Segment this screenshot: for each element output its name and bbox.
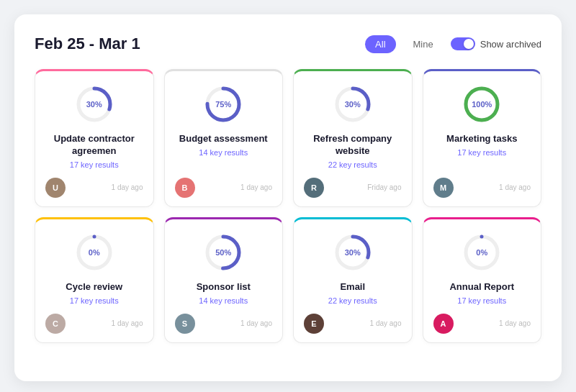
card-footer: U 1 day ago	[45, 178, 143, 198]
card-title: Cycle review	[66, 281, 122, 293]
task-card[interactable]: 30% Email 22 key results E 1 day ago	[293, 217, 413, 343]
percent-label: 0%	[476, 248, 487, 257]
donut-chart: 30%	[331, 83, 374, 126]
task-card[interactable]: 50% Sponsor list 14 key results S 1 day …	[164, 217, 284, 343]
card-key-results: 22 key results	[328, 296, 377, 305]
card-title: Update contractor agreemen	[45, 133, 143, 158]
donut-chart: 30%	[331, 231, 374, 274]
card-title: Sponsor list	[197, 281, 251, 293]
card-footer: R Friday ago	[304, 178, 402, 198]
card-footer: B 1 day ago	[175, 178, 273, 198]
card-footer: A 1 day ago	[433, 314, 531, 334]
card-title: Budget assessment	[179, 133, 268, 145]
avatar: C	[45, 314, 66, 334]
task-card[interactable]: 30% Refresh company website 22 key resul…	[293, 69, 413, 207]
card-title: Marketing tasks	[446, 133, 517, 145]
card-footer: M 1 day ago	[433, 178, 531, 198]
task-card[interactable]: 75% Budget assessment 14 key results B 1…	[164, 69, 284, 207]
show-archived-toggle-wrap: Show archived	[451, 37, 541, 50]
card-time: Friday ago	[367, 183, 401, 191]
card-key-results: 17 key results	[457, 148, 506, 157]
card-key-results: 14 key results	[199, 148, 248, 157]
avatar: A	[433, 314, 454, 334]
toggle-knob	[464, 39, 474, 49]
task-card[interactable]: 0% Cycle review 17 key results C 1 day a…	[35, 217, 154, 343]
avatar: S	[175, 314, 195, 334]
card-title: Refresh company website	[304, 133, 402, 158]
donut-chart: 0%	[460, 231, 503, 274]
cards-grid: 30% Update contractor agreemen 17 key re…	[35, 69, 541, 343]
card-time: 1 day ago	[112, 183, 143, 191]
percent-label: 50%	[215, 248, 231, 257]
show-archived-label: Show archived	[480, 39, 541, 50]
percent-label: 30%	[345, 100, 361, 109]
card-footer: E 1 day ago	[304, 314, 402, 334]
task-card[interactable]: 100% Marketing tasks 17 key results M 1 …	[423, 69, 542, 207]
card-time: 1 day ago	[499, 319, 531, 327]
page-title: Feb 25 - Mar 1	[35, 35, 140, 53]
donut-chart: 75%	[202, 83, 245, 126]
header-controls: All Mine Show archived	[365, 35, 541, 53]
card-time: 1 day ago	[499, 183, 531, 191]
show-archived-toggle[interactable]	[451, 37, 475, 50]
percent-label: 0%	[89, 248, 100, 257]
card-title: Annual Report	[449, 281, 514, 293]
card-time: 1 day ago	[240, 183, 272, 191]
card-footer: S 1 day ago	[175, 314, 273, 334]
header: Feb 25 - Mar 1 All Mine Show archived	[35, 35, 541, 53]
avatar: M	[433, 178, 454, 198]
percent-label: 75%	[215, 100, 231, 109]
donut-chart: 50%	[202, 231, 245, 274]
card-time: 1 day ago	[112, 319, 143, 327]
donut-chart: 30%	[73, 83, 116, 126]
card-key-results: 17 key results	[70, 160, 119, 169]
percent-label: 30%	[345, 248, 361, 257]
card-title: Email	[340, 281, 365, 293]
main-container: Feb 25 - Mar 1 All Mine Show archived 30…	[14, 14, 562, 381]
donut-chart: 100%	[460, 83, 503, 126]
filter-all-button[interactable]: All	[365, 35, 395, 53]
donut-chart: 0%	[73, 231, 116, 274]
percent-label: 100%	[472, 100, 492, 109]
card-key-results: 17 key results	[70, 296, 119, 305]
task-card[interactable]: 0% Annual Report 17 key results A 1 day …	[423, 217, 542, 343]
task-card[interactable]: 30% Update contractor agreemen 17 key re…	[35, 69, 154, 207]
percent-label: 30%	[86, 100, 102, 109]
card-footer: C 1 day ago	[45, 314, 143, 334]
avatar: E	[304, 314, 324, 334]
card-key-results: 22 key results	[328, 160, 377, 169]
card-time: 1 day ago	[240, 319, 272, 327]
avatar: U	[45, 178, 66, 198]
avatar: B	[175, 178, 195, 198]
card-key-results: 14 key results	[199, 296, 248, 305]
avatar: R	[304, 178, 324, 198]
card-time: 1 day ago	[370, 319, 402, 327]
filter-mine-button[interactable]: Mine	[403, 35, 444, 53]
card-key-results: 17 key results	[457, 296, 506, 305]
